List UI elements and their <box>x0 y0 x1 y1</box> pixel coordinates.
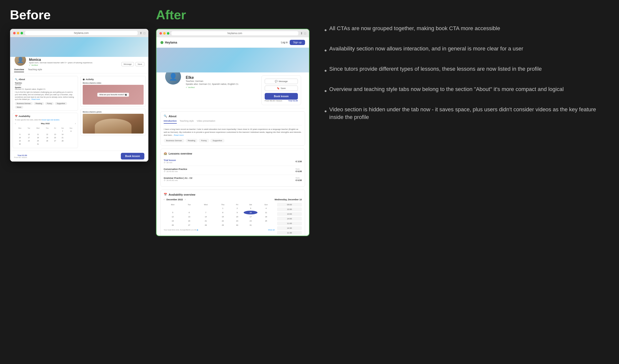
logo-text: Heylama <box>165 41 177 44</box>
before-booking-bar: Trial €3.50 From €6 / lesson Book lesson <box>10 151 148 161</box>
after-tag-supportive: Supportive <box>210 139 225 142</box>
before-speaks-label: Speaks: <box>15 87 76 88</box>
after-hero-image <box>156 48 309 72</box>
before-video-thumb[interactable]: What are your favourite movies? 🎬 <box>83 85 144 105</box>
before-profile-content: 👤 Monica Spain born, German based teache… <box>10 37 148 161</box>
tab-introduction[interactable]: Introduction <box>164 120 177 124</box>
before-cal-prev[interactable]: ‹ <box>15 122 16 125</box>
lesson-conversation-price: € 6.00 <box>296 170 302 173</box>
after-verified: ✓ Verified <box>186 86 258 89</box>
lesson-type-link[interactable]: lesson type and duration. <box>42 119 60 121</box>
before-activity-photo: Monica shared a photo <box>80 109 146 136</box>
after-speaks: Speaks also: German C2, Spanish native, … <box>186 83 258 85</box>
after-avail-title: 📅 Availability overview <box>164 193 302 196</box>
after-dot-yellow[interactable] <box>163 32 166 35</box>
avail-cal-nav: ‹ December 2022 › <box>164 198 186 201</box>
logo-area: Heylama <box>160 41 177 44</box>
before-save-button[interactable]: Save <box>135 62 144 66</box>
before-profile-info: Monica Spain born, German based teacher … <box>29 58 119 66</box>
before-scroll-area[interactable]: 👤 Monica Spain born, German based teache… <box>10 37 148 161</box>
after-book-button[interactable]: Book lesson <box>265 93 298 100</box>
lesson-conversation-duration: ⏱ 30:45:60 min <box>164 170 187 173</box>
tag-reading: Reading <box>34 102 44 105</box>
before-tab-overview[interactable]: Overview <box>14 68 24 72</box>
lesson-conversation-name: Conversation Practice <box>164 168 187 170</box>
login-button[interactable]: Log in <box>281 41 288 44</box>
before-message-button[interactable]: Message <box>121 62 134 66</box>
before-cal-next[interactable]: › <box>75 122 76 125</box>
before-browser-actions: ⬆ □ <box>140 31 145 35</box>
signup-button[interactable]: Sign up <box>290 40 305 45</box>
slot-0900[interactable]: 09:00 <box>277 203 302 206</box>
after-dot-green[interactable] <box>167 32 169 35</box>
lesson-conversation: Conversation Practice ⏱ 30:45:60 min fro… <box>164 166 302 175</box>
notes-section: • All CTAs are now grouped together, mak… <box>310 7 609 357</box>
timezone-link[interactable]: ▶ <box>197 229 198 231</box>
show-all[interactable]: Show all <box>268 229 275 231</box>
lesson-grammar-name: Grammar Practice | A1 - C2 <box>164 177 192 179</box>
bookmark-icon: □ <box>144 31 145 35</box>
after-tags: Business German Reading Funny Supportive <box>164 139 302 142</box>
after-pricing-row: From €6.00 / lesson Trial €3.50 <box>265 100 298 102</box>
before-actions: Message Save <box>121 56 144 66</box>
after-save-button[interactable]: 🔖 Save <box>265 86 298 91</box>
about-icon: 🔍 <box>164 114 167 118</box>
before-read-more[interactable]: Read more <box>31 98 40 100</box>
avail-cal-next[interactable]: › <box>185 198 185 201</box>
before-cal-header: ‹ May 2022 › <box>15 122 76 125</box>
nav-actions: Log in Sign up <box>281 40 305 45</box>
before-activity-video: ◉ Activity Monica shared a video What ar… <box>80 76 146 107</box>
dot-red[interactable] <box>13 32 16 34</box>
after-section: After heylama.com ⬆ □ Heylama Log in <box>156 7 310 357</box>
bullet-1: • <box>324 26 327 34</box>
before-tab-teaching[interactable]: Teaching style <box>28 68 42 72</box>
before-calendar: MonTueWedThuFriSatSun 78 91011121314 161… <box>15 126 76 146</box>
clock2-icon: ⏱ <box>164 170 166 173</box>
before-subtitle: Spain born, German based teacher with 5 … <box>29 62 119 64</box>
note-item-5: • Video section is hidden under the tab … <box>324 106 609 121</box>
after-title: After <box>156 7 310 22</box>
before-teaches-label: Teaches: <box>15 82 76 84</box>
dot-yellow[interactable] <box>17 32 19 34</box>
avail-cal-prev[interactable]: ‹ <box>164 198 164 201</box>
after-profile-info: Elke Teaches: German Speaks also: German… <box>186 75 258 105</box>
slot-1430[interactable]: 14:30 <box>277 226 302 230</box>
avail-icon: 📅 <box>164 193 167 196</box>
tag-business-german: Business German <box>15 102 33 105</box>
slot-1330[interactable]: 13:30 <box>277 207 302 211</box>
dot-green[interactable] <box>21 32 23 34</box>
before-cal-month: May 2022 <box>41 122 50 125</box>
lesson-trial-info: Trial lesson ⏱ 30 min <box>164 159 176 164</box>
after-browser-dots <box>159 32 169 35</box>
before-photo-thumb <box>83 114 144 134</box>
after-read-more[interactable]: Read more <box>174 134 184 136</box>
lesson-trial-duration: ⏱ 30 min <box>164 161 176 164</box>
after-message-button[interactable]: 💬 Message <box>265 79 298 84</box>
slot-1400[interactable]: 14:00 <box>277 217 302 221</box>
tab-video-presentation[interactable]: Video presentation <box>197 120 215 124</box>
slot-1000[interactable]: 10:00 <box>277 212 302 216</box>
slot-1130[interactable]: 11:30 <box>277 231 302 235</box>
note-text-2: Availability section now allows interact… <box>329 45 523 53</box>
before-book-button[interactable]: Book lesson <box>121 153 144 159</box>
tab-teaching-style[interactable]: Teaching style <box>180 120 194 124</box>
after-tag-reading: Reading <box>185 139 198 142</box>
tag-supportive: Supportive <box>55 102 67 105</box>
after-teaches: Teaches: German <box>186 80 258 82</box>
after-dot-red[interactable] <box>159 32 162 35</box>
before-about-card: 🔍 About Teaches: German Speaks: German C… <box>13 76 78 111</box>
note-item-1: • All CTAs are now grouped together, mak… <box>324 25 609 34</box>
after-booking-panel: 💬 Message 🔖 Save Book lesson From €6.00 … <box>261 75 301 105</box>
bullet-5: • <box>324 107 327 115</box>
after-scroll-area[interactable]: 👤 Elke Teaches: German Speaks also: Germ… <box>156 48 309 236</box>
time-slots: 09:00 13:30 10:00 14:00 11:00 14:30 11:3… <box>277 203 302 236</box>
after-about-tabs: Introduction Teaching style Video presen… <box>164 120 302 125</box>
lesson-conversation-info: Conversation Practice ⏱ 30:45:60 min <box>164 168 187 173</box>
slot-1100[interactable]: 11:00 <box>277 222 302 225</box>
activity-icon: ◉ <box>83 78 85 81</box>
before-from-price: From €6 / lesson <box>14 157 27 158</box>
lesson-grammar-price-area: from € 6.50 <box>296 177 302 182</box>
lesson-trial-price: € 3.50 <box>296 160 302 163</box>
before-photo-user: Monica shared a photo <box>83 111 144 113</box>
lesson-trial-row: Trial lesson ⏱ 30 min € 3.50 <box>164 159 302 164</box>
